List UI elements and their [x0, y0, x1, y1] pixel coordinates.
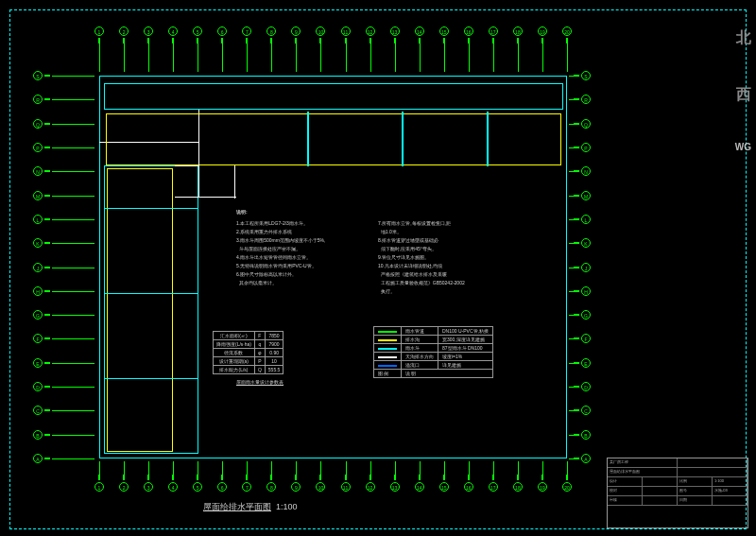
- drawing-bottom-label: 屋面给排水平面图 1:100: [203, 501, 298, 513]
- grid-bubble-bottom-20: 20: [562, 482, 572, 492]
- zone-left-div2: [104, 293, 198, 294]
- grid-bubble-right-H: H: [581, 286, 591, 296]
- grid-bubble-left-D: D: [33, 382, 43, 391]
- grid-bubble-left-J: J: [33, 263, 43, 272]
- grid-bubble-left-R: R: [33, 95, 43, 104]
- grid-bubble-left-S: S: [33, 71, 43, 80]
- grid-bubble-left-M: M: [33, 191, 43, 200]
- param-row-2: 径流系数φ0.90: [214, 349, 284, 357]
- param-row-3: 设计重现期(a)P10: [214, 357, 284, 366]
- grid-bubble-top-17: 17: [489, 26, 498, 36]
- grid-bubble-top-14: 14: [415, 26, 424, 36]
- legend-footer-1: 图 例: [374, 370, 402, 378]
- grid-bubble-bottom-17: 17: [489, 482, 498, 492]
- grid-bubble-right-E: E: [581, 358, 591, 368]
- grid-bubble-bottom-18: 18: [513, 482, 523, 492]
- grid-bubble-top-9: 9: [291, 26, 301, 36]
- grid-bubble-top-20: 20: [562, 26, 572, 36]
- legend-row-2: 雨水斗87型雨水斗 DN100: [374, 344, 493, 353]
- grid-bubble-top-3: 3: [144, 26, 153, 36]
- zone-div-2: [402, 112, 404, 166]
- grid-bubble-top-4: 4: [168, 26, 178, 36]
- grid-bubble-top-16: 16: [464, 26, 473, 36]
- grid-bubble-right-Q: Q: [581, 119, 591, 129]
- grid-bubble-bottom-7: 7: [242, 482, 251, 492]
- grid-bubble-top-11: 11: [341, 26, 351, 36]
- grid-bubble-bottom-11: 11: [341, 482, 351, 492]
- grid-bubble-right-N: N: [581, 166, 591, 176]
- grid-bubble-left-A: A: [33, 454, 43, 463]
- watermark-north: 北: [736, 28, 751, 48]
- legend-swatch-4: [378, 365, 397, 367]
- legend-row-4: 溢流口详见建施: [374, 361, 493, 370]
- legend-swatch-1: [378, 339, 397, 341]
- grid-bubble-left-L: L: [33, 215, 43, 224]
- grid-bubble-left-P: P: [33, 143, 43, 152]
- grid-bubble-right-F: F: [581, 334, 591, 343]
- grid-bubble-top-12: 12: [366, 26, 375, 36]
- zone-upper-outer: [104, 83, 563, 110]
- grid-bubble-left-B: B: [33, 430, 43, 440]
- grid-bubble-right-L: L: [581, 215, 591, 224]
- grid-bubble-bottom-2: 2: [119, 482, 129, 492]
- grid-bubble-right-K: K: [581, 238, 591, 248]
- legend-footer-2: 说 明: [402, 370, 493, 378]
- param-table-title: 屋面雨水量设计参数表: [236, 378, 284, 387]
- tb-drawing-name: 屋面给排水平面图: [608, 468, 678, 476]
- legend-swatch-3: [378, 356, 397, 358]
- grid-bubble-right-B: B: [581, 430, 591, 440]
- grid-bubble-top-5: 5: [193, 26, 202, 36]
- grid-bubble-bottom-14: 14: [415, 482, 424, 492]
- zone-div-3: [487, 112, 489, 166]
- grid-bubble-bottom-13: 13: [390, 482, 400, 492]
- notes-right: 7.所有雨水立管,每根设置检查口,距 地1.0米。 8.排水管道穿过墙壁或基础必…: [378, 219, 465, 296]
- legend-row-3: 天沟排水方向坡度i=1%: [374, 353, 493, 361]
- param-table: 汇水面积(㎡)F7850降雨强度(L/s·ha)q7900径流系数φ0.90设计…: [213, 331, 284, 374]
- grid-bubble-bottom-3: 3: [144, 482, 153, 492]
- watermark-wg: WG: [735, 142, 751, 152]
- step-4: [234, 165, 235, 199]
- legend-row-0: 雨水管道DN100 U-PVC管,粘接: [374, 327, 493, 336]
- param-row-4: 排水能力(L/s)Q555.5: [214, 366, 284, 374]
- grid-bubble-top-7: 7: [242, 26, 251, 36]
- zone-left-div1: [104, 208, 198, 209]
- grid-bubble-left-K: K: [33, 238, 43, 248]
- grid-bubble-top-8: 8: [266, 26, 276, 36]
- step-1: [175, 165, 198, 166]
- legend-row-1: 排水沟宽300,深度详见建施: [374, 336, 493, 344]
- grid-bubble-left-C: C: [33, 406, 43, 415]
- grid-bubble-left-G: G: [33, 310, 43, 320]
- grid-bubble-right-R: R: [581, 95, 591, 104]
- grid-bubble-top-2: 2: [119, 26, 129, 36]
- grid-bubble-bottom-15: 15: [439, 482, 449, 492]
- grid-bubble-bottom-10: 10: [316, 482, 325, 492]
- grid-bubble-left-F: F: [33, 334, 43, 343]
- watermark-west: 西: [736, 85, 751, 105]
- param-row-1: 降雨强度(L/s·ha)q7900: [214, 340, 284, 349]
- grid-bubble-right-M: M: [581, 191, 591, 200]
- legend-swatch-0: [378, 331, 397, 333]
- grid-bubble-right-D: D: [581, 382, 591, 391]
- grid-bubble-top-10: 10: [316, 26, 325, 36]
- grid-bubble-bottom-6: 6: [217, 482, 227, 492]
- grid-bubble-bottom-9: 9: [291, 482, 301, 492]
- grid-bubble-bottom-8: 8: [266, 482, 276, 492]
- grid-bubble-bottom-1: 1: [94, 482, 104, 492]
- zone-upper-yellow: [106, 113, 561, 165]
- grid-bubble-right-G: G: [581, 310, 591, 320]
- grid-bubble-left-E: E: [33, 358, 43, 368]
- grid-bubble-bottom-5: 5: [193, 482, 202, 492]
- param-row-0: 汇水面积(㎡)F7850: [214, 332, 284, 340]
- tb-project: 某厂房工程: [608, 458, 678, 467]
- grid-bubble-bottom-19: 19: [538, 482, 547, 492]
- zone-div-1: [307, 112, 309, 166]
- grid-bubble-right-S: S: [581, 71, 591, 80]
- notes-heading: 说明:: [236, 208, 248, 216]
- grid-bubble-top-6: 6: [217, 26, 227, 36]
- grid-bubble-left-H: H: [33, 286, 43, 296]
- grid-bubble-bottom-12: 12: [366, 482, 375, 492]
- grid-bubble-bottom-4: 4: [168, 482, 178, 492]
- grid-bubble-right-J: J: [581, 263, 591, 272]
- zone-left-yellow: [107, 168, 173, 452]
- step-2: [198, 142, 199, 197]
